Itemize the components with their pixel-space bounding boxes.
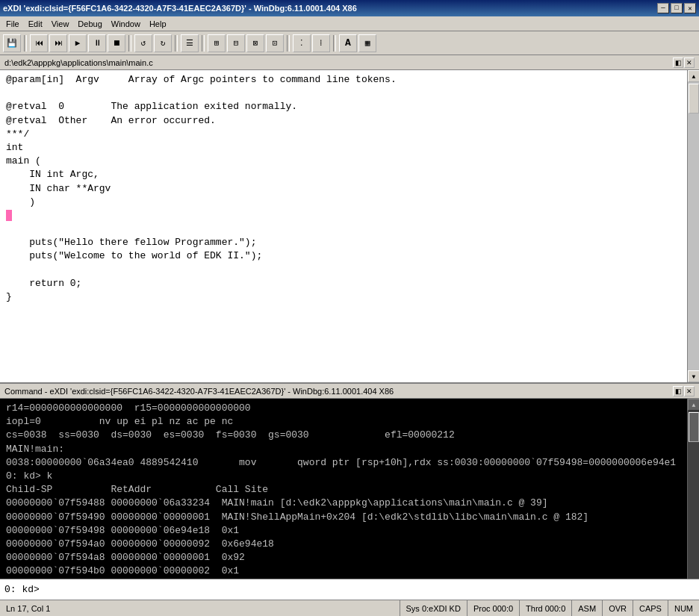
minimize-button[interactable]: ─ — [657, 3, 669, 13]
toolbar-btn-9[interactable]: ☰ — [181, 34, 199, 52]
toolbar-btn-2[interactable]: ⏮ — [30, 34, 48, 52]
toolbar-btn-17[interactable]: ▦ — [358, 34, 376, 52]
status-num: NUM — [668, 600, 699, 616]
status-proc: Proc 000:0 — [467, 600, 520, 616]
toolbar-btn-15[interactable]: ⁞ — [312, 34, 330, 52]
menu-bar: File Edit View Debug Window Help — [0, 16, 699, 31]
status-num-text: NUM — [674, 604, 693, 613]
toolbar-sep-6 — [333, 35, 336, 52]
command-output-area: r14=0000000000000000 r15=000000000000000… — [0, 399, 699, 579]
window-title: eXDI 'exdi:clsid={F56FC1A6-3422-4320-A7F… — [3, 4, 357, 13]
menu-edit[interactable]: Edit — [24, 18, 47, 30]
cmd-scroll-track[interactable] — [688, 411, 699, 579]
status-asm-text: ASM — [578, 604, 596, 613]
title-bar: eXDI 'exdi:clsid={F56FC1A6-3422-4320-A7F… — [0, 0, 699, 16]
status-bar: Ln 17, Col 1 Sys 0:eXDI KD Proc 000:0 Th… — [0, 600, 699, 616]
scroll-track[interactable] — [688, 82, 699, 370]
status-caps: CAPS — [633, 600, 668, 616]
toolbar-btn-1[interactable]: 💾 — [3, 34, 21, 52]
toolbar-btn-14[interactable]: ⁚ — [293, 34, 311, 52]
menu-help[interactable]: Help — [145, 18, 171, 30]
toolbar-sep-5 — [287, 35, 290, 52]
window-controls: ─ □ ✕ — [657, 3, 696, 13]
menu-view[interactable]: View — [47, 18, 74, 30]
toolbar-btn-10[interactable]: ⊞ — [208, 34, 226, 52]
cmd-scroll-thumb[interactable] — [689, 412, 699, 442]
maximize-button[interactable]: □ — [671, 3, 683, 13]
toolbar-btn-5[interactable]: ⏸ — [88, 34, 106, 52]
close-button[interactable]: ✕ — [684, 3, 696, 13]
status-ovr-text: OVR — [609, 604, 627, 613]
status-position-text: Ln 17, Col 1 — [6, 604, 50, 613]
status-asm: ASM — [572, 600, 603, 616]
command-prompt-label: 0: kd> — [0, 584, 44, 595]
command-dock-btn[interactable]: ◧ — [673, 386, 683, 396]
status-position: Ln 17, Col 1 — [0, 600, 400, 616]
command-output-text[interactable]: r14=0000000000000000 r15=000000000000000… — [0, 399, 687, 579]
source-dock-btn[interactable]: ◧ — [673, 57, 683, 68]
status-caps-text: CAPS — [639, 604, 662, 613]
status-ovr: OVR — [603, 600, 633, 616]
scroll-up-btn[interactable]: ▲ — [688, 70, 699, 82]
toolbar-sep-2 — [128, 35, 131, 52]
menu-debug[interactable]: Debug — [73, 18, 106, 30]
status-thrd: Thrd 000:0 — [520, 600, 572, 616]
toolbar-btn-12[interactable]: ⊠ — [246, 34, 264, 52]
breakpoint-line — [6, 210, 12, 221]
source-file-path: d:\edk2\apppkg\applications\main\main.c — [4, 58, 153, 67]
scroll-down-btn[interactable]: ▼ — [688, 370, 699, 382]
command-pane-controls: ◧ ✕ — [673, 386, 695, 396]
menu-file[interactable]: File — [1, 18, 24, 30]
toolbar-btn-6[interactable]: ⏹ — [108, 34, 125, 52]
toolbar-btn-4[interactable]: ▶ — [69, 34, 87, 52]
toolbar-font-btn[interactable]: A — [339, 34, 357, 52]
source-close-btn[interactable]: ✕ — [684, 57, 695, 68]
toolbar: 💾 ⏮ ⏭ ▶ ⏸ ⏹ ↺ ↻ ☰ ⊞ ⊟ ⊠ ⊡ ⁚ ⁞ A ▦ — [0, 31, 699, 55]
command-pane: Command - eXDI 'exdi:clsid={F56FC1A6-342… — [0, 384, 699, 579]
source-content-area: @param[in] Argv Array of Argc pointers t… — [0, 70, 699, 382]
status-sys: Sys 0:eXDI KD — [400, 600, 467, 616]
command-input-field[interactable] — [44, 584, 699, 595]
command-pane-header: Command - eXDI 'exdi:clsid={F56FC1A6-342… — [0, 384, 699, 399]
toolbar-btn-11[interactable]: ⊟ — [227, 34, 245, 52]
status-sys-text: Sys 0:eXDI KD — [406, 604, 461, 613]
scroll-thumb[interactable] — [689, 84, 699, 113]
command-pane-title: Command - eXDI 'exdi:clsid={F56FC1A6-342… — [4, 387, 394, 396]
command-scrollbar[interactable]: ▲ ▼ — [687, 399, 699, 579]
source-pane: d:\edk2\apppkg\applications\main\main.c … — [0, 55, 699, 384]
toolbar-btn-13[interactable]: ⊡ — [266, 34, 284, 52]
menu-window[interactable]: Window — [107, 18, 145, 30]
source-scrollbar[interactable]: ▲ ▼ — [687, 70, 699, 382]
status-proc-text: Proc 000:0 — [473, 604, 513, 613]
toolbar-btn-3[interactable]: ⏭ — [49, 34, 67, 52]
main-content: d:\edk2\apppkg\applications\main\main.c … — [0, 55, 699, 579]
source-pane-controls: ◧ ✕ — [673, 57, 695, 68]
source-pane-header: d:\edk2\apppkg\applications\main\main.c … — [0, 55, 699, 70]
command-input-bar: 0: kd> — [0, 579, 699, 600]
toolbar-btn-8[interactable]: ↻ — [154, 34, 172, 52]
toolbar-btn-7[interactable]: ↺ — [134, 34, 152, 52]
command-close-btn[interactable]: ✕ — [684, 386, 695, 396]
source-code-text[interactable]: @param[in] Argv Array of Argc pointers t… — [0, 70, 687, 382]
toolbar-sep-1 — [24, 35, 27, 52]
toolbar-sep-3 — [175, 35, 178, 52]
status-thrd-text: Thrd 000:0 — [526, 604, 565, 613]
toolbar-sep-4 — [202, 35, 205, 52]
cmd-scroll-up-btn[interactable]: ▲ — [688, 399, 699, 411]
